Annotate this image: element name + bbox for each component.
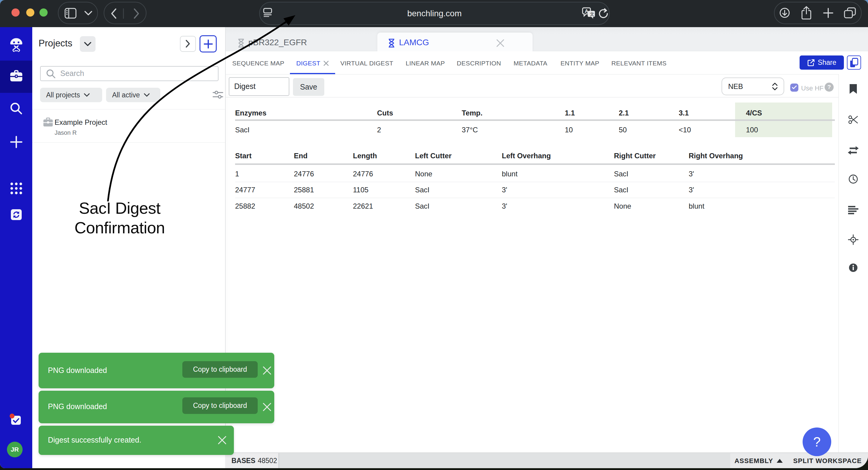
svg-text:文: 文 xyxy=(590,11,594,17)
